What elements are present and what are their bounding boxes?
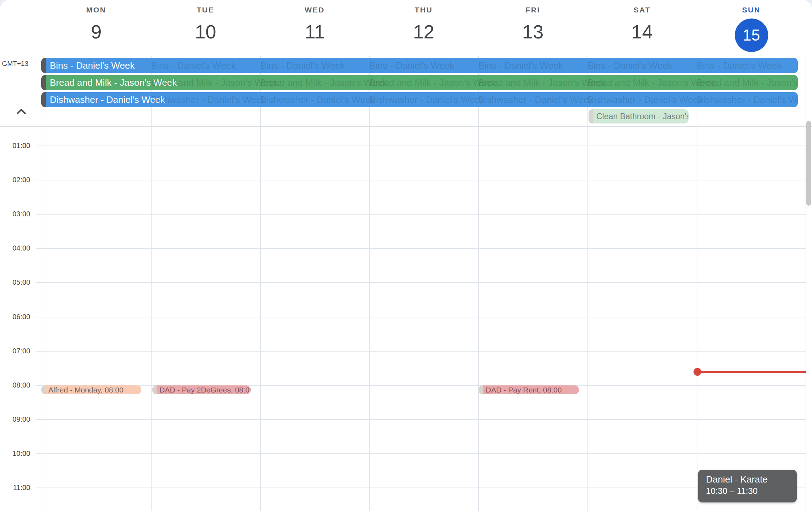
hour-line xyxy=(42,317,806,317)
day-header-mon[interactable]: MON 9 xyxy=(42,0,151,55)
event-drag-handle xyxy=(589,109,593,123)
ghost-event-title: Bread and Milk - Jason's Week xyxy=(151,75,278,90)
ghost-event-title: Bread and Milk - Jason's Week xyxy=(697,75,798,90)
ghost-event-title: Bins - Daniel's Week xyxy=(587,58,673,73)
hour-tick xyxy=(36,180,42,180)
hour-label: 05:00 xyxy=(0,278,30,286)
vertical-scrollbar-thumb[interactable] xyxy=(806,121,811,206)
hour-line xyxy=(42,248,806,249)
event-dad-pay-2degrees[interactable]: DAD - Pay 2DeGrees, 08:00 xyxy=(152,385,251,394)
hour-tick xyxy=(36,317,42,317)
day-header-tue[interactable]: TUE 10 xyxy=(151,0,260,55)
event-title: DAD - Pay Rent, 08:00 xyxy=(486,385,562,394)
day-number[interactable]: 10 xyxy=(151,21,260,42)
hour-tick xyxy=(36,282,42,283)
ghost-event-title: Bread and Milk - Jason's Week xyxy=(587,75,715,90)
day-header-wed[interactable]: WED 11 xyxy=(260,0,369,55)
hour-label: 03:00 xyxy=(0,210,30,218)
event-drag-handle xyxy=(41,92,46,107)
hour-line xyxy=(42,453,806,454)
allday-event-dishwasher[interactable]: Dishwasher - Daniel's Week Dishwasher - … xyxy=(41,92,798,107)
event-alfred-monday[interactable]: Alfred - Monday, 08:00 xyxy=(41,385,141,394)
ghost-event-title: Bins - Daniel's Week xyxy=(697,58,782,73)
hour-tick xyxy=(36,488,42,488)
ghost-event-title: Dishwasher - Daniel's Week xyxy=(697,92,798,107)
hour-tick xyxy=(36,351,42,352)
event-title: Clean Bathroom - Jason's Week xyxy=(596,109,689,123)
ghost-event-title: Dishwasher - Daniel's Week xyxy=(260,92,375,107)
hour-tick xyxy=(36,385,42,386)
hour-label: 04:00 xyxy=(0,244,30,252)
ghost-event-title: Bread and Milk - Jason's Week xyxy=(369,75,496,90)
hour-label: 01:00 xyxy=(0,141,30,150)
event-title: Alfred - Monday, 08:00 xyxy=(48,385,123,394)
event-drag-handle xyxy=(152,385,157,394)
event-title: Dishwasher - Daniel's Week xyxy=(50,92,165,107)
ghost-event-title: Dishwasher - Daniel's Week xyxy=(369,92,485,107)
hour-line xyxy=(42,214,806,215)
event-drag-handle xyxy=(479,385,483,394)
ghost-event-title: Bins - Daniel's Week xyxy=(260,58,345,73)
hour-label: 07:00 xyxy=(0,347,30,355)
ghost-event-title: Dishwasher - Daniel's Week xyxy=(151,92,266,107)
event-title: Bins - Daniel's Week xyxy=(50,58,135,73)
weekday-label: FRI xyxy=(478,6,587,14)
weekday-label: MON xyxy=(42,6,151,14)
weekday-label: SAT xyxy=(587,6,697,14)
event-dad-pay-rent[interactable]: DAD - Pay Rent, 08:00 xyxy=(479,385,579,394)
today-date-circle[interactable]: 15 xyxy=(735,19,768,52)
ghost-event-title: Bread and Milk - Jason's Week xyxy=(260,75,387,90)
hour-tick xyxy=(36,146,42,146)
weekday-label: TUE xyxy=(151,6,260,14)
event-preview-daniel-karate[interactable]: Daniel - Karate 10:30 – 11:30 xyxy=(698,470,797,502)
hour-line xyxy=(42,180,806,180)
day-number[interactable]: 11 xyxy=(260,21,369,42)
hour-line xyxy=(42,488,806,488)
hour-label: 09:00 xyxy=(0,415,30,423)
ghost-event-title: Bins - Daniel's Week xyxy=(151,58,236,73)
day-header-fri[interactable]: FRI 13 xyxy=(478,0,587,55)
ghost-event-title: Bins - Daniel's Week xyxy=(369,58,454,73)
hour-label: 02:00 xyxy=(0,175,30,184)
hour-label: 10:00 xyxy=(0,449,30,458)
hour-tick xyxy=(36,453,42,454)
ghost-event-title: Dishwasher - Daniel's Week xyxy=(587,92,703,107)
hour-line xyxy=(42,282,806,283)
ghost-event-title: Dishwasher - Daniel's Week xyxy=(478,92,594,107)
allday-event-clean-bathroom[interactable]: Clean Bathroom - Jason's Week xyxy=(589,109,689,123)
event-title: DAD - Pay 2DeGrees, 08:00 xyxy=(159,385,251,394)
ghost-event-title: Bins - Daniel's Week xyxy=(478,58,563,73)
hour-tick xyxy=(36,214,42,215)
day-number[interactable]: 14 xyxy=(587,21,697,42)
day-number[interactable]: 12 xyxy=(369,21,478,42)
allday-event-bread-and-milk[interactable]: Bread and Milk - Jason's Week Bread and … xyxy=(41,75,798,90)
hour-label: 08:00 xyxy=(0,381,30,389)
day-number[interactable]: 9 xyxy=(42,21,151,42)
day-header-sat[interactable]: SAT 14 xyxy=(587,0,697,55)
allday-event-bins[interactable]: Bins - Daniel's Week Bins - Daniel's Wee… xyxy=(41,58,798,73)
day-header-sun-today[interactable]: SUN 15 xyxy=(697,0,806,55)
current-time-dot xyxy=(694,368,701,376)
hour-tick xyxy=(36,248,42,249)
weekday-label: WED xyxy=(260,6,369,14)
event-preview-time: 10:30 – 11:30 xyxy=(706,486,758,496)
hour-label: 11:00 xyxy=(0,483,30,492)
day-number[interactable]: 13 xyxy=(478,21,587,42)
hour-tick xyxy=(36,419,42,420)
event-preview-title: Daniel - Karate xyxy=(706,474,768,485)
weekday-label: THU xyxy=(369,6,478,14)
current-time-line xyxy=(697,371,806,373)
day-number: 15 xyxy=(743,26,760,44)
hour-label: 06:00 xyxy=(0,312,30,321)
hour-line xyxy=(42,146,806,146)
time-grid[interactable]: 01:0002:0003:0004:0005:0006:0007:0008:00… xyxy=(0,127,812,511)
hour-line xyxy=(42,419,806,420)
ghost-event-title: Bread and Milk - Jason's Week xyxy=(478,75,605,90)
hour-line xyxy=(42,351,806,352)
event-drag-handle xyxy=(41,75,46,90)
column-line xyxy=(806,56,806,126)
calendar-week-view: MON 9 TUE 10 WED 11 THU 12 FRI 13 SAT 14… xyxy=(0,0,812,511)
day-header-thu[interactable]: THU 12 xyxy=(369,0,478,55)
weekday-label: SUN xyxy=(697,6,806,14)
event-drag-handle xyxy=(41,58,46,73)
